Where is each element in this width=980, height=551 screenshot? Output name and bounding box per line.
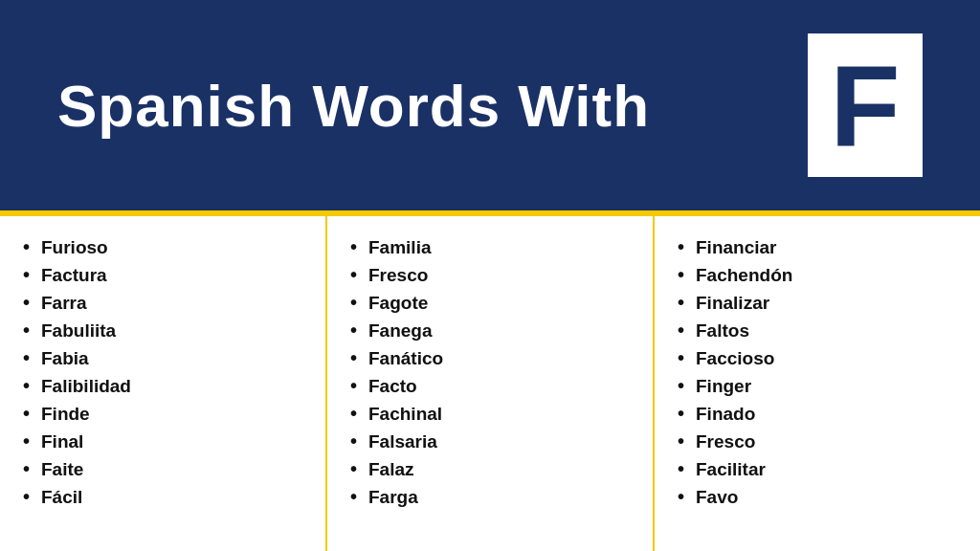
list-item: Fresco bbox=[678, 428, 957, 455]
list-item: Finado bbox=[678, 400, 957, 428]
list-item: Furioso bbox=[23, 233, 302, 261]
column-2: FamiliaFrescoFagoteFanegaFanáticoFactoFa… bbox=[327, 216, 655, 551]
list-item: Facto bbox=[350, 372, 630, 400]
list-item: Familia bbox=[350, 233, 630, 261]
list-item: Favo bbox=[678, 483, 957, 511]
list-item: Fanega bbox=[350, 317, 630, 344]
list-item: Fagote bbox=[350, 289, 630, 317]
column-3: FinanciarFachendónFinalizarFaltosFaccios… bbox=[655, 216, 980, 551]
list-item: Finger bbox=[678, 372, 957, 400]
list-item: Fácil bbox=[23, 483, 302, 511]
list-item: Fabuliita bbox=[23, 317, 302, 344]
list-item: Facilitar bbox=[678, 455, 957, 483]
list-item: Fanático bbox=[350, 344, 630, 372]
header-letter: F bbox=[808, 33, 923, 177]
list-item: Farga bbox=[350, 483, 630, 511]
list-item: Falsaria bbox=[350, 428, 630, 455]
header-title: Spanish Words With bbox=[57, 72, 650, 140]
list-item: Financiar bbox=[678, 233, 957, 261]
list-item: Farra bbox=[23, 289, 302, 317]
list-item: Finalizar bbox=[678, 289, 957, 317]
word-list-2: FamiliaFrescoFagoteFanegaFanáticoFactoFa… bbox=[350, 233, 630, 511]
word-list-1: FuriosoFacturaFarraFabuliitaFabiaFalibil… bbox=[23, 233, 302, 511]
list-item: Factura bbox=[23, 261, 302, 289]
column-1: FuriosoFacturaFarraFabuliitaFabiaFalibil… bbox=[0, 216, 327, 551]
list-item: Fachendón bbox=[678, 261, 957, 289]
word-list-3: FinanciarFachendónFinalizarFaltosFaccios… bbox=[678, 233, 957, 511]
list-item: Fabia bbox=[23, 344, 302, 372]
list-item: Final bbox=[23, 428, 302, 455]
list-item: Faccioso bbox=[678, 344, 957, 372]
list-item: Faltos bbox=[678, 317, 957, 344]
list-item: Faite bbox=[23, 455, 302, 483]
list-item: Finde bbox=[23, 400, 302, 428]
header: Spanish Words With F bbox=[0, 0, 980, 210]
list-item: Falaz bbox=[350, 455, 630, 483]
list-item: Fresco bbox=[350, 261, 630, 289]
list-item: Falibilidad bbox=[23, 372, 302, 400]
content-area: FuriosoFacturaFarraFabuliitaFabiaFalibil… bbox=[0, 216, 980, 551]
list-item: Fachinal bbox=[350, 400, 630, 428]
